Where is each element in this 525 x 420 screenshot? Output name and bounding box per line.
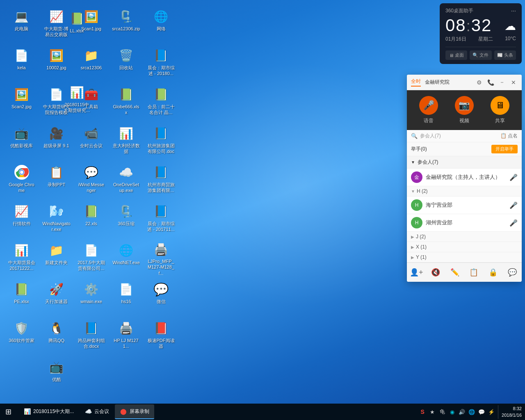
icon-google-chrome[interactable]: Google Chrome (6, 162, 37, 199)
tray-turtle-icon[interactable]: 龟 (438, 408, 446, 416)
whiteboard-btn[interactable]: 📋 (466, 266, 481, 278)
icon-hangzhou-travel[interactable]: 📘 杭州旅游集团有限公司.doc (146, 123, 176, 160)
icon-network[interactable]: 🌐 网络 (146, 6, 176, 43)
icon-cross-product[interactable]: 📘 跨品种套利组合.docx (76, 318, 107, 355)
tray-s-icon[interactable]: S (418, 408, 427, 416)
icon-srca-zip[interactable]: 🗜️ srca12306.zip (111, 6, 142, 43)
icon-pdf-reader[interactable]: 📕 极速PDF阅读器 (146, 318, 176, 355)
xls-icon: 📗 (83, 203, 100, 219)
icon-10002[interactable]: 🖼️ 10002.jpg (41, 45, 72, 82)
icon-youku[interactable]: 📺 优酷 (41, 357, 72, 394)
lock-btn[interactable]: 🔒 (486, 266, 500, 278)
icon-record-ppt[interactable]: 📋 录制PPT (41, 162, 72, 199)
icon-wmain[interactable]: ⚙️ wmain.exe (76, 279, 107, 316)
icon-market-software[interactable]: 📈 行情软件 (6, 201, 37, 238)
tray-volume-icon[interactable]: 🔊 (458, 408, 466, 416)
icon-hp-printer[interactable]: 🖨️ HP LJ M1271... (111, 318, 142, 355)
share-icon: 🖥 (491, 96, 509, 115)
widget-settings-icon[interactable]: ⋯ (511, 8, 516, 14)
icon-morning-report2[interactable]: 📘 晨会：期市综述 - 201711... (146, 201, 176, 238)
icon-new-folder[interactable]: 📁 新建文件夹 (41, 240, 72, 277)
haining-mic-icon[interactable]: 🎤 (509, 201, 518, 209)
icon-quanshi-meeting[interactable]: 📹 全时云会议 (76, 123, 107, 160)
video-icon: 📺 (14, 125, 30, 142)
meeting-settings-btn[interactable]: ⚙ (475, 78, 483, 87)
widget-title: 360桌面助手 (445, 7, 473, 14)
icon-22xls[interactable]: 📗 22.xls (76, 201, 107, 238)
icon-label: 网络 (157, 26, 166, 32)
meeting-tab-all[interactable]: 全时 (411, 78, 421, 87)
video-btn[interactable]: 📷 视频 (455, 96, 474, 124)
icon-label: 10002.jpg (46, 65, 66, 71)
tray-star-icon[interactable]: ★ (428, 408, 436, 416)
chat-btn[interactable]: ✏️ (447, 266, 462, 278)
icon-member-top20[interactable]: 📗 会员：前二十名合计 晶... (146, 84, 176, 121)
widget-desktop-btn[interactable]: 🖥 桌面 (445, 50, 467, 60)
host-name: 金融研究院（主持人，主讲人） (426, 173, 509, 181)
widget-news-btn[interactable]: 📰 头条 (494, 50, 516, 60)
wechat-icon: 💬 (153, 281, 169, 297)
icon-windnet[interactable]: 🌐 WindNET.exe (111, 240, 142, 277)
group-x-header[interactable]: ▶ X (1) (407, 242, 522, 252)
tray-power-icon[interactable]: ⚡ (487, 408, 495, 416)
tray-msg-icon[interactable]: 💬 (477, 408, 486, 416)
icon-hangzhou-trade[interactable]: 📘 杭州市商贸旅游集团有限... (146, 162, 176, 199)
ppt2-icon: 📊 (14, 242, 30, 258)
icon-globe666[interactable]: 📗 Globe666.xlsx (111, 84, 142, 121)
share-btn[interactable]: 🖥 共享 (491, 96, 509, 124)
roll-call-btn[interactable]: 📋 点名 (500, 132, 518, 139)
taskbar-item-meeting[interactable]: ☁️ 云会议 (80, 404, 114, 419)
start-button[interactable]: ⊞ (0, 404, 16, 420)
icon-wechat[interactable]: 💬 微信 (146, 279, 176, 316)
mute-all-btn[interactable]: 🔇 (428, 266, 443, 278)
icon-tianxing[interactable]: 🚀 天行加速器 (41, 279, 72, 316)
icon-futures-morning[interactable]: 📊 中大期货晨会20171222... (6, 240, 37, 277)
icon-recycle-bin[interactable]: 🗑️ 回收站 (111, 45, 142, 82)
icon-2017-futures[interactable]: 📄 2017.5中大期货有限公司... (76, 240, 107, 277)
icon-super-record[interactable]: 🎥 超级录屏 9.1 (41, 123, 72, 160)
icon-pe-xlsx[interactable]: 📗 PE.xlsx (6, 279, 37, 316)
group-h-header[interactable]: ▼ H (2) (407, 186, 522, 196)
icon-wind-navigator[interactable]: 🌬️ WindNavigator.exe (41, 201, 72, 238)
file-btn-label: 文件 (479, 52, 488, 58)
icon-kela[interactable]: 📄 kela (6, 45, 37, 82)
host-mic-icon[interactable]: 🎤 (509, 173, 518, 181)
icon-label: 360压缩 (118, 221, 134, 226)
meeting-phone-btn[interactable]: 📞 (486, 78, 495, 87)
participants-header[interactable]: ▼ 参会人(7) (407, 156, 522, 169)
icon-onedrive[interactable]: ☁️ OneDriveSetup.exe (111, 162, 142, 199)
huzhou-mic-icon[interactable]: 🎤 (509, 219, 518, 227)
more-btn[interactable]: 💬 (505, 266, 520, 278)
add-member-btn[interactable]: 👤+ (409, 266, 424, 278)
icon-scan2[interactable]: 🖼️ Scan2.jpg (6, 84, 37, 121)
icon-morning-report1[interactable]: 📘 晨会：期市综述 - 20180... (146, 45, 176, 82)
icon-ll-xlsx[interactable]: 📗 LL.xlsx (62, 8, 92, 36)
group-j-header[interactable]: ▶ J (2) (407, 232, 522, 242)
taskbar-item-ppt[interactable]: 📊 20180115中大期... (18, 404, 79, 419)
tray-360-icon[interactable]: ◉ (448, 408, 456, 416)
tray-network-icon[interactable]: 🌐 (468, 408, 476, 416)
icon-tencent-qq[interactable]: 🐧 腾讯QQ (41, 318, 72, 355)
icon-futures-research[interactable]: 📊 20180115中大期货研究... (62, 82, 92, 116)
icon-360-software[interactable]: 🛡️ 360软件管家 (6, 318, 37, 355)
doc3-icon: 📘 (153, 203, 169, 219)
icon-italy-data[interactable]: 📊 意大利经济数据 (111, 123, 142, 160)
icon-hs16[interactable]: 📄 hs16 (111, 279, 142, 316)
taskbar-clock[interactable]: 8:32 2018/1/16 (498, 405, 522, 419)
widget-file-btn[interactable]: 🔍 文件 (470, 50, 491, 60)
doc2-icon: 📘 (153, 164, 169, 180)
icon-this-pc[interactable]: 💻 此电脑 (6, 6, 37, 43)
audio-btn[interactable]: 🎤 语音 (419, 96, 438, 124)
taskbar-item-record[interactable]: ⬤ 屏幕录制 (115, 404, 154, 419)
icon-ljpro[interactable]: 🖨️ LJPro_MFP_M127-M128_f... (146, 240, 176, 277)
meeting-minimize-btn[interactable]: － (498, 78, 506, 87)
raise-hand-btn[interactable]: 开启举手 (491, 145, 518, 153)
icon-youku-video[interactable]: 📺 优酷影视库 (6, 123, 37, 160)
onedrive-icon: ☁️ (118, 164, 135, 180)
icon-srca12306[interactable]: 📁 srca12306 (76, 45, 107, 82)
meeting-close-btn[interactable]: ✕ (509, 78, 518, 87)
group-y-header[interactable]: ▶ Y (1) (407, 252, 522, 262)
iwind-icon: 💬 (83, 164, 100, 180)
icon-360-compress[interactable]: 🗜️ 360压缩 (111, 201, 142, 238)
icon-iwind-messenger[interactable]: 💬 iWind Messenger (76, 162, 107, 199)
